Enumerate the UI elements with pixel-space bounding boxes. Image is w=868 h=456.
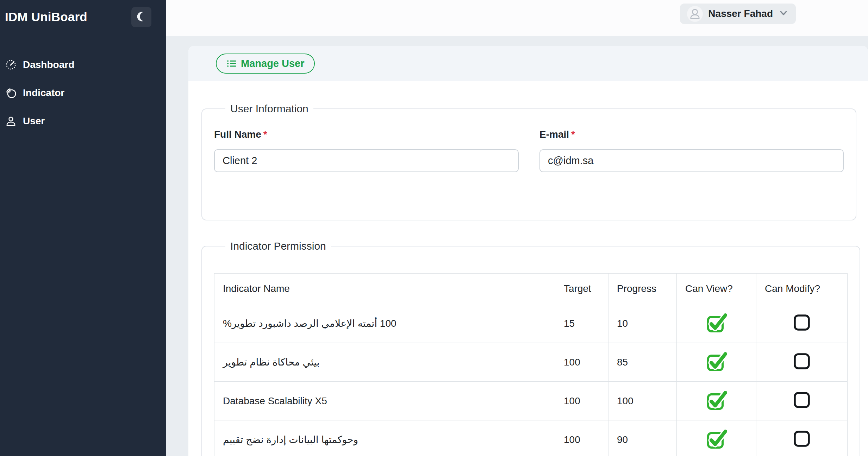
moon-icon (136, 11, 148, 24)
indicator-name-cell: %أتمته الإعلامي الرصد داشبورد تطوير‎ 100 (214, 304, 555, 343)
full-name-label: Full Name* (214, 129, 519, 140)
table-row: %أتمته الإعلامي الرصد داشبورد تطوير‎ 100… (214, 304, 848, 343)
target-cell: 15 (555, 304, 608, 343)
table-row: وحوكمتها البيانات إدارة نضج تقييم 100 90 (214, 420, 848, 456)
progress-cell: 10 (608, 304, 677, 343)
card-toolbar: Manage User (188, 46, 868, 81)
column-header-progress: Progress (608, 274, 677, 304)
dark-mode-toggle[interactable] (131, 7, 151, 27)
gauge-icon (5, 59, 17, 70)
can-view-checkbox[interactable] (677, 304, 756, 343)
table-header-row: Indicator Name Target Progress Can View?… (214, 274, 848, 304)
can-modify-checkbox[interactable] (756, 382, 848, 420)
avatar (687, 6, 703, 22)
indicator-name-cell: بيئي محاكاة نظام تطوير (214, 343, 555, 382)
target-cell: 100 (555, 382, 608, 420)
progress-cell: 90 (608, 420, 677, 456)
full-name-group: Full Name* (214, 129, 519, 172)
can-view-checkbox[interactable] (677, 420, 756, 456)
sidebar-item-dashboard[interactable]: Dashboard (0, 51, 166, 79)
user-info-form: Full Name* E-mail* (214, 129, 844, 172)
column-header-can-view: Can View? (677, 274, 756, 304)
manage-user-label: Manage User (241, 58, 305, 69)
indicator-name-cell: Database Scalability X5 (214, 382, 555, 420)
can-modify-checkbox[interactable] (756, 304, 848, 343)
user-icon (5, 115, 17, 127)
required-asterisk: * (263, 129, 267, 140)
email-input[interactable] (539, 149, 844, 172)
can-modify-checkbox[interactable] (756, 420, 848, 456)
card-body: User Information Full Name* E-mail* In (188, 103, 868, 456)
topbar: Nasser Fahad (166, 0, 868, 36)
table-row: Database Scalability X5 100 100 (214, 382, 848, 420)
sidebar-brand-row: IDM UniBoard (0, 0, 166, 34)
can-modify-checkbox[interactable] (756, 343, 848, 382)
full-name-label-text: Full Name (214, 129, 261, 140)
sidebar-nav: Dashboard Indicator User (0, 51, 166, 135)
manage-user-page: { "app": { "title": "IDM UniBoard" }, "s… (0, 0, 868, 456)
column-header-target: Target (555, 274, 608, 304)
user-menu[interactable]: Nasser Fahad (680, 4, 796, 24)
target-cell: 100 (555, 343, 608, 382)
manage-user-button[interactable]: Manage User (216, 54, 315, 74)
target-cell: 100 (555, 420, 608, 456)
permissions-table: Indicator Name Target Progress Can View?… (214, 273, 848, 456)
column-header-indicator-name: Indicator Name (214, 274, 555, 304)
progress-cell: 100 (608, 382, 677, 420)
content-card: Manage User User Information Full Name* … (188, 46, 868, 456)
required-asterisk: * (571, 129, 575, 140)
can-view-checkbox[interactable] (677, 382, 756, 420)
chevron-down-icon (778, 8, 789, 20)
app-title: IDM UniBoard (5, 10, 87, 24)
progress-cell: 85 (608, 343, 677, 382)
indicator-permission-section: Indicator Permission Indicator Name Targ… (201, 240, 860, 456)
pie-chart-icon (5, 87, 17, 99)
sidebar-item-user[interactable]: User (0, 107, 166, 135)
sidebar-item-label: Indicator (23, 87, 64, 99)
sidebar-item-label: User (23, 115, 45, 127)
indicator-permission-legend: Indicator Permission (225, 240, 331, 252)
email-label: E-mail* (539, 129, 844, 140)
table-row: بيئي محاكاة نظام تطوير 100 85 (214, 343, 848, 382)
indicator-name-cell: وحوكمتها البيانات إدارة نضج تقييم (214, 420, 555, 456)
sidebar: IDM UniBoard Dashboard (0, 0, 166, 456)
user-name: Nasser Fahad (708, 8, 773, 19)
can-view-checkbox[interactable] (677, 343, 756, 382)
email-group: E-mail* (539, 129, 844, 172)
sidebar-item-label: Dashboard (23, 59, 74, 70)
email-label-text: E-mail (539, 129, 569, 140)
sidebar-item-indicator[interactable]: Indicator (0, 79, 166, 107)
user-information-legend: User Information (225, 103, 313, 115)
column-header-can-modify: Can Modify? (756, 274, 848, 304)
full-name-input[interactable] (214, 149, 519, 172)
list-icon (226, 58, 237, 69)
user-information-section: User Information Full Name* E-mail* (201, 103, 856, 220)
